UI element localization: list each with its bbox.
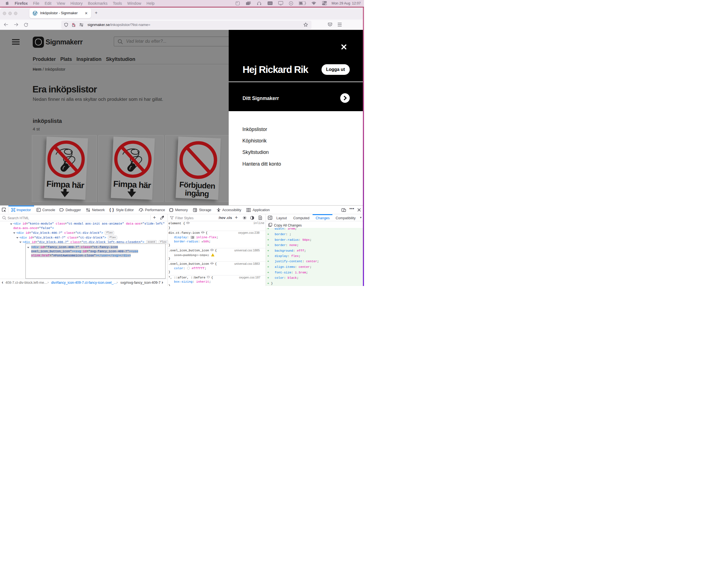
svg-text:Fimpa här: Fimpa här (46, 179, 85, 190)
svg-text:Fimpa här: Fimpa här (113, 179, 151, 190)
svg-text:ingång: ingång (185, 189, 209, 198)
